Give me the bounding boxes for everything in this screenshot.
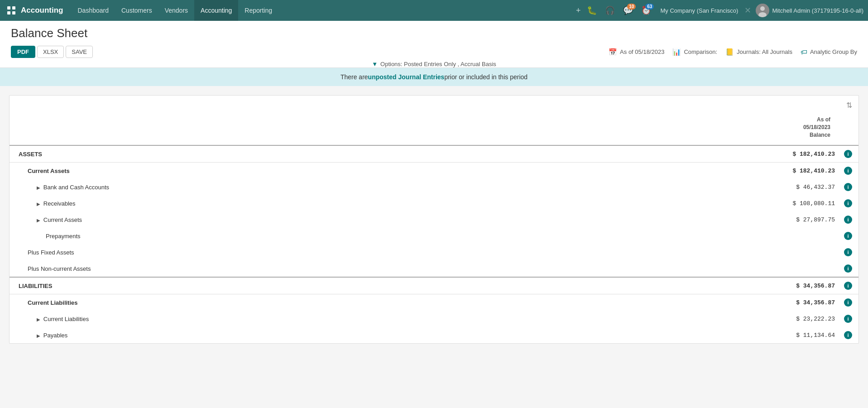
report-card: ⇅ As of 05/18/2023 Balance ASSETS$ 182,4… <box>9 95 859 344</box>
tag-icon: 🏷 <box>801 48 807 56</box>
chat-badge: 10 <box>627 4 636 10</box>
nav-divider: ✕ <box>744 5 751 15</box>
info-icon[interactable]: i <box>844 232 852 240</box>
row-value: $ 34,356.87 <box>565 277 839 294</box>
page-title: Balance Sheet <box>11 26 857 40</box>
chart-icon: 📊 <box>672 48 681 56</box>
expand-icon[interactable]: ▶ <box>37 317 42 322</box>
comparison-filter[interactable]: 📊 Comparison: <box>672 48 717 56</box>
sort-icon[interactable]: ⇅ <box>846 101 852 110</box>
app-brand: Accounting <box>21 6 63 15</box>
info-icon[interactable]: i <box>844 199 852 207</box>
analytic-label: Analytic Group By <box>810 48 857 55</box>
svg-rect-0 <box>7 6 10 10</box>
toolbar: PDF XLSX SAVE 📅 As of 05/18/2023 📊 Compa… <box>11 46 857 58</box>
expand-icon[interactable]: ▶ <box>37 218 42 223</box>
apps-menu-button[interactable] <box>5 4 18 17</box>
page-header: Balance Sheet PDF XLSX SAVE 📅 As of 05/1… <box>0 21 868 68</box>
avatar[interactable] <box>756 4 769 17</box>
row-label: ▶ Payables <box>10 327 565 343</box>
activity-badge: 63 <box>645 4 654 10</box>
analytic-filter[interactable]: 🏷 Analytic Group By <box>801 48 857 56</box>
row-info: i <box>839 311 858 327</box>
row-info: i <box>839 179 858 195</box>
row-value: $ 46,432.37 <box>565 179 839 195</box>
row-label: ▶ Current Liabilities <box>10 311 565 327</box>
row-label: ▶ Bank and Cash Accounts <box>10 179 565 195</box>
journals-filter[interactable]: 📒 Journals: All Journals <box>725 48 792 56</box>
options-label[interactable]: Options: Posted Entries Only , Accrual B… <box>380 61 496 67</box>
add-menu-button[interactable]: + <box>572 0 585 21</box>
row-value: $ 108,080.11 <box>565 195 839 211</box>
alert-suffix: prior or included in this period <box>444 73 528 81</box>
save-button[interactable]: SAVE <box>66 46 93 58</box>
row-info: i <box>839 327 858 343</box>
journals-label: Journals: All Journals <box>737 48 792 55</box>
row-info: i <box>839 228 858 244</box>
activity-icon[interactable]: ⏰ 63 <box>638 4 654 17</box>
info-icon[interactable]: i <box>844 167 852 175</box>
calendar-icon: 📅 <box>609 48 617 56</box>
row-label: Plus Fixed Assets <box>10 244 565 260</box>
row-value: $ 23,222.23 <box>565 311 839 327</box>
info-icon[interactable]: i <box>844 298 852 307</box>
row-label: Plus Non-current Assets <box>10 260 565 277</box>
row-label: Current Assets <box>10 163 565 179</box>
svg-rect-3 <box>12 11 15 14</box>
row-label: ▶ Current Assets <box>10 211 565 228</box>
row-label: Current Liabilities <box>10 294 565 311</box>
book-icon: 📒 <box>725 48 734 56</box>
nav-reporting[interactable]: Reporting <box>238 0 278 21</box>
nav-dashboard[interactable]: Dashboard <box>72 0 115 21</box>
info-icon[interactable]: i <box>844 216 852 224</box>
topnav-right-area: 🐛 🎧 💬 10 ⏰ 63 My Company (San Francisco)… <box>584 4 863 17</box>
company-selector[interactable]: My Company (San Francisco) <box>657 7 742 14</box>
row-info: i <box>839 244 858 260</box>
alert-banner: There are unposted Journal Entries prior… <box>0 68 868 86</box>
row-info: i <box>839 277 858 294</box>
date-filter[interactable]: 📅 As of 05/18/2023 <box>609 48 664 56</box>
chat-icon[interactable]: 💬 10 <box>620 4 636 17</box>
support-icon[interactable]: 🎧 <box>602 4 618 17</box>
expand-icon[interactable]: ▶ <box>37 202 42 206</box>
xlsx-button[interactable]: XLSX <box>37 46 64 58</box>
info-icon[interactable]: i <box>844 150 852 158</box>
row-value: $ 11,134.64 <box>565 327 839 343</box>
nav-accounting[interactable]: Accounting <box>194 0 238 21</box>
row-info: i <box>839 163 858 179</box>
expand-icon[interactable]: ▶ <box>37 185 42 190</box>
user-menu[interactable]: Mitchell Admin (37179195-16-0-all) <box>772 7 863 14</box>
info-icon[interactable]: i <box>844 183 852 191</box>
row-value <box>565 244 839 260</box>
alert-link[interactable]: unposted Journal Entries <box>368 73 445 81</box>
col-header-label <box>10 110 565 145</box>
report-container: ⇅ As of 05/18/2023 Balance ASSETS$ 182,4… <box>0 86 868 353</box>
row-info: i <box>839 260 858 277</box>
row-label: ASSETS <box>10 145 565 163</box>
nav-vendors[interactable]: Vendors <box>158 0 194 21</box>
info-icon[interactable]: i <box>844 264 852 273</box>
report-header-actions: ⇅ <box>10 96 858 110</box>
filter-icon: ▼ <box>372 61 378 67</box>
report-table: As of 05/18/2023 Balance ASSETS$ 182,410… <box>10 110 858 343</box>
row-value <box>565 260 839 277</box>
row-label: ▶ Receivables <box>10 195 565 211</box>
row-value: $ 27,897.75 <box>565 211 839 228</box>
row-value: $ 34,356.87 <box>565 294 839 311</box>
row-info: i <box>839 145 858 163</box>
date-filter-label: As of 05/18/2023 <box>620 48 664 55</box>
nav-customers[interactable]: Customers <box>115 0 158 21</box>
row-value: $ 182,410.23 <box>565 163 839 179</box>
pdf-button[interactable]: PDF <box>11 46 35 58</box>
row-label: Prepayments <box>10 228 565 244</box>
svg-rect-2 <box>7 11 10 14</box>
expand-icon[interactable]: ▶ <box>37 333 42 338</box>
row-label: LIABILITIES <box>10 277 565 294</box>
info-icon[interactable]: i <box>844 282 852 290</box>
bug-icon[interactable]: 🐛 <box>584 4 599 17</box>
info-icon[interactable]: i <box>844 331 852 339</box>
info-icon[interactable]: i <box>844 315 852 323</box>
main-menu: Dashboard Customers Vendors Accounting R… <box>72 0 572 21</box>
row-info: i <box>839 294 858 311</box>
info-icon[interactable]: i <box>844 248 852 256</box>
